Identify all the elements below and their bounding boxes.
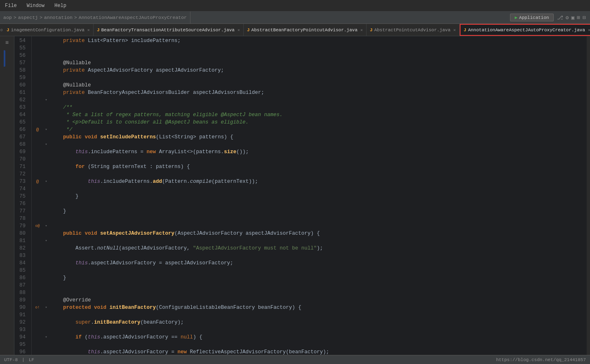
code-line-76: }	[51, 274, 587, 289]
toolbar-btn1[interactable]: ▣	[571, 14, 575, 21]
close-tab-bftx[interactable]: ✕	[237, 28, 240, 33]
code-line-67: this.includePatterns = new ArrayList<>(p…	[51, 148, 587, 163]
code-line-61	[51, 96, 587, 104]
breadcrumb-aop[interactable]: aop	[3, 15, 12, 20]
code-line-56: @Nullable	[51, 59, 587, 67]
tab-abstract-bean-factory[interactable]: J AbstractBeanFactoryPointcutAdvisor.jav…	[244, 24, 367, 36]
java-file-icon4: J	[370, 28, 373, 33]
code-line-58	[51, 74, 587, 82]
code-line-55	[51, 52, 587, 59]
breadcrumb-class[interactable]: AnnotationAwareAspectJAutoProxyCreator	[79, 15, 187, 20]
code-line-65: */	[51, 126, 587, 133]
menu-file[interactable]: File	[3, 2, 19, 9]
tab-bean-factory-tx[interactable]: J BeanFactoryTransactionAttributeSourceA…	[94, 24, 244, 36]
code-line-64: * <p>Default is to consider all @AspectJ…	[51, 119, 587, 126]
java-file-icon5: J	[464, 28, 467, 33]
java-file-icon2: J	[97, 28, 100, 33]
close-tab-ap[interactable]: ✕	[454, 28, 456, 33]
java-file-icon3: J	[247, 28, 250, 33]
status-encoding: UTF-8	[4, 357, 18, 362]
status-separator: |	[22, 357, 25, 362]
code-line-68: for (String patternText : patterns) {	[51, 163, 587, 178]
tab-abstract-pointcut[interactable]: J AbstractPointcutAdvisor.java ✕	[367, 24, 459, 36]
git-icon[interactable]: ⎇	[557, 14, 563, 21]
code-line-57: private AspectJAdvisorFactory aspectJAdv…	[51, 67, 587, 74]
menu-help[interactable]: Help	[53, 2, 68, 9]
breadcrumb: aop > aspectj > annotation > AnnotationA…	[0, 12, 190, 23]
java-file-icon: J	[7, 28, 9, 33]
code-line-66: public void setIncludePatterns(List<Stri…	[51, 133, 587, 148]
close-tab-abf[interactable]: ✕	[360, 28, 363, 33]
code-line-63: * Set a list of regex patterns, matching…	[51, 111, 587, 119]
status-line-sep: LF	[29, 357, 34, 362]
menu-bar: File Window Help	[0, 0, 590, 12]
code-line-60: private BeanFactoryAspectJAdvisorsBuilde…	[51, 89, 587, 96]
status-right: https://blog.csdn.net/qq_21441857	[496, 357, 586, 362]
run-icon: ▶	[515, 15, 517, 20]
run-config-label: Application	[519, 15, 549, 20]
tab-management-config[interactable]: J inagementConfiguration.java ✕	[3, 24, 94, 36]
code-line-62: /**	[51, 104, 587, 111]
code-line-79: protected void initBeanFactory(Configura…	[51, 304, 587, 319]
settings-icon[interactable]: ⚙	[566, 14, 569, 21]
top-tab-bar: aop > aspectj > annotation > AnnotationA…	[0, 12, 590, 24]
fold-gutter: ▾ ▾ ▾ ▾ ▾ ▾	[43, 36, 49, 355]
gutter-annotations: @ @ o@ o!	[32, 36, 43, 355]
code-line-54: private List<Pattern> includePatterns;	[51, 37, 587, 52]
code-line-80: super.initBeanFactory(beanFactory);	[51, 319, 587, 334]
tab-annotation-aware[interactable]: J AnnotationAwareAspectJAutoProxyCreator…	[460, 24, 590, 36]
code-line-74: Assert.notNull(aspectJAdvisorFactory, "A…	[51, 245, 587, 259]
code-line-73: public void setAspectJAdvisorFactory(Asp…	[51, 230, 587, 245]
status-bar: UTF-8 | LF https://blog.csdn.net/qq_2144…	[0, 355, 590, 364]
line-numbers: 54 55 56 57 58 59 60 61 62 63 64 65 66 6…	[14, 36, 32, 355]
close-tab-management[interactable]: ✕	[87, 28, 90, 33]
run-config-area: ▶ Application ⎇ ⚙ ▣ ⊞ ⊟	[506, 12, 590, 23]
file-tab-bar: ⚙ J inagementConfiguration.java ✕ J Bean…	[0, 24, 590, 36]
menu-window[interactable]: Window	[25, 2, 46, 9]
code-lines[interactable]: private List<Pattern> includePatterns; @…	[49, 36, 587, 355]
code-line-78: @Override	[51, 296, 587, 304]
main-area: ≡ 54 55 56 57 58 59 60 61 62 63 64 65 66…	[0, 36, 590, 355]
sidebar-structure-icon[interactable]: ≡	[2, 38, 12, 48]
code-line-77	[51, 289, 587, 296]
breadcrumb-annotation[interactable]: annotation	[44, 15, 73, 20]
toolbar-btn2[interactable]: ⊞	[577, 14, 580, 21]
code-line-72	[51, 222, 587, 230]
settings-gear[interactable]: ⚙	[0, 24, 3, 36]
breadcrumb-aspectj[interactable]: aspectj	[18, 15, 38, 20]
code-line-70: }	[51, 193, 587, 208]
blue-bar-indicator	[4, 50, 5, 67]
code-line-82: this.aspectJAdvisorFactory = new Reflect…	[51, 348, 587, 355]
toolbar-btn3[interactable]: ⊟	[583, 14, 586, 21]
run-button[interactable]: ▶ Application	[510, 14, 553, 21]
scroll-bar[interactable]	[587, 36, 590, 355]
code-line-81: if (this.aspectJAdvisorFactory == null) …	[51, 334, 587, 348]
code-editor[interactable]: 54 55 56 57 58 59 60 61 62 63 64 65 66 6…	[14, 36, 590, 355]
left-sidebar: ≡	[0, 36, 14, 355]
code-line-75: this.aspectJAdvisorFactory = aspectJAdvi…	[51, 259, 587, 274]
code-line-71: }	[51, 208, 587, 222]
close-tab-annotation-aware[interactable]: ✕	[588, 28, 590, 33]
code-line-59: @Nullable	[51, 82, 587, 89]
code-line-69: this.includePatterns.add(Pattern.compile…	[51, 178, 587, 193]
